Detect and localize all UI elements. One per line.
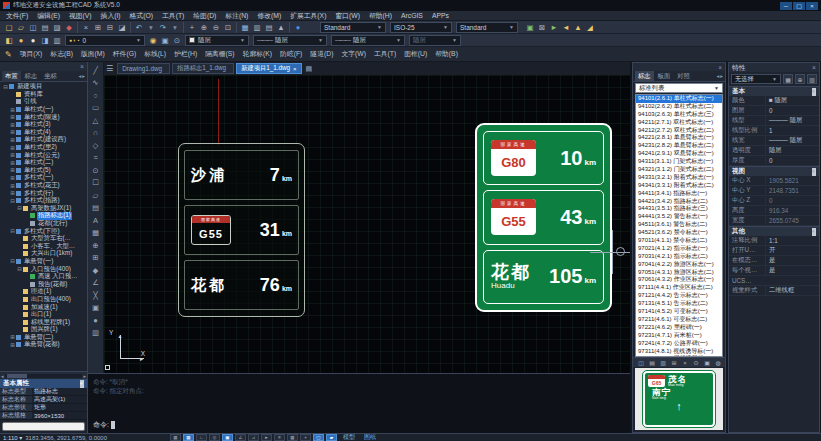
sign-code-row[interactable]: 94212(2.7.2) 双柱式标志(二)	[636, 127, 722, 135]
traffic-menu-item[interactable]: 轮廓标(K)	[243, 49, 272, 59]
sign-code-row[interactable]: 97231(4.7.1) 百米桩(一)	[636, 332, 722, 340]
tree-item[interactable]: 引线	[0, 98, 87, 106]
draw-tool-icon[interactable]: △	[90, 114, 102, 127]
toolbar-icon[interactable]: ▥	[251, 22, 263, 33]
section-header-view[interactable]: 视图 ▾	[729, 166, 819, 176]
window-control-button[interactable]: ×	[806, 2, 818, 10]
property-value[interactable]: 二维线框	[765, 286, 819, 295]
distance-sign-wireframe[interactable]: 沙浦 7 km 国家高速 G55 31 km 花都 76	[178, 143, 305, 317]
tree-item[interactable]: 花都(北行)	[0, 220, 87, 228]
sign-code-row[interactable]: 97141(4.5.2) 可变标志(一)	[636, 308, 722, 316]
traffic-menu-item[interactable]: 防眩(F)	[280, 49, 302, 59]
tree-expander-icon[interactable]: ⊟	[9, 198, 16, 204]
preview-tool-icon[interactable]: ×	[680, 358, 690, 367]
toolbar-icon[interactable]: ▦	[239, 22, 251, 33]
toolbar-icon[interactable]: ◫	[27, 22, 39, 33]
tree-item[interactable]: ⊞ 单柱式(5)	[0, 167, 87, 175]
toolbar-icon[interactable]: ▣	[159, 35, 171, 46]
traffic-menu-item[interactable]: 版面(M)	[81, 49, 105, 59]
status-toggle-icon[interactable]: ∟	[196, 434, 207, 441]
tree-item[interactable]: ⊞ 单柱式(3)	[0, 121, 87, 129]
tree-item[interactable]: ⊟ 新建项目	[0, 83, 87, 91]
sign-code-row[interactable]: 94101(2.6.1) 单柱式标志(一)	[636, 95, 722, 103]
sign-code-row[interactable]: 94231(2.8.2) 单悬臂标志(二)	[636, 142, 722, 150]
close-icon[interactable]: ×	[812, 64, 816, 71]
toolbar-icon[interactable]	[77, 22, 78, 33]
draw-tool-icon[interactable]: ▭	[90, 102, 102, 115]
tree-item[interactable]: 出口(1)	[0, 311, 87, 319]
draw-tool-icon[interactable]: ▥	[90, 327, 102, 340]
sign-code-row[interactable]: 97011(4.1.1) 禁令标志(二)	[636, 237, 722, 245]
tree-item[interactable]: 资料库	[0, 91, 87, 99]
draw-tool-icon[interactable]: ○	[90, 89, 102, 102]
property-value[interactable]: 2655.0745	[765, 217, 819, 224]
left-panel-tab[interactable]: 坐标	[41, 71, 60, 82]
toolbar-icon[interactable]: ⊙	[171, 35, 183, 46]
menu-item[interactable]: 工具(T)	[162, 11, 184, 21]
draw-tool-icon[interactable]: ≈	[90, 152, 102, 165]
toolbar-icon[interactable]: ↷	[157, 22, 169, 33]
property-value[interactable]: 1:1	[765, 237, 819, 244]
sign-code-row[interactable]: 94311(3.1.1) 门架式标志(一)	[636, 158, 722, 166]
draw-tool-icon[interactable]: ∠	[90, 277, 102, 290]
tree-item[interactable]: 国兴牌(1)	[0, 326, 87, 334]
property-value[interactable]: 916.34	[765, 207, 819, 214]
scroll-right-icon[interactable]: ▸	[82, 73, 85, 79]
tree-item[interactable]: ⊞ 单柱式(一)	[0, 106, 87, 114]
menu-item[interactable]: 扩展工具(X)	[290, 11, 326, 21]
status-toggle-icon[interactable]: ▰	[326, 434, 337, 441]
lineweight-dropdown[interactable]: ——— 随层 ▼	[331, 35, 405, 46]
status-toggle-icon[interactable]: ▦	[183, 434, 194, 441]
tree-item[interactable]: ⊟ 高架数据JX(1)	[0, 205, 87, 213]
menu-item[interactable]: 帮助(H)	[369, 11, 392, 21]
draw-tool-icon[interactable]: ⊙	[90, 164, 102, 177]
sign-code-row[interactable]: 94221(2.8.1) 单悬臂标志(一)	[636, 134, 722, 142]
sign-code-row[interactable]: 94211(2.7.1) 双柱式标志(一)	[636, 119, 722, 127]
toolbar-icon[interactable]: ×	[80, 22, 92, 33]
property-value[interactable]: ——— 随层	[765, 136, 819, 145]
traffic-menu-item[interactable]: 文字(W)	[341, 49, 366, 59]
property-value[interactable]: 随层	[765, 146, 819, 155]
tree-expander-icon[interactable]: ⊟	[9, 258, 16, 264]
menu-item[interactable]: 修改(M)	[257, 11, 281, 21]
tree-expander-icon[interactable]: ⊞	[9, 145, 16, 151]
preview-tool-icon[interactable]: ▣	[702, 358, 712, 367]
property-value[interactable]: 高速高架(1)	[32, 396, 87, 403]
tree-horizontal-scrollbar[interactable]: ◂ ▸	[0, 371, 87, 379]
draw-tool-icon[interactable]: ▣	[90, 302, 102, 315]
tab-scroll-arrows[interactable]: ◂ ▸	[716, 73, 723, 79]
menu-item[interactable]: 插入(I)	[101, 11, 121, 21]
preview-tool-icon[interactable]: ▥	[658, 358, 668, 367]
toolbar-icon[interactable]: ▲	[275, 22, 287, 33]
sign-code-row[interactable]: 97041(4.2.2) 旅游区标志(一)	[636, 261, 722, 269]
toolbar-icon[interactable]: ▲	[572, 22, 584, 33]
property-value[interactable]: 矩形	[32, 404, 87, 411]
window-control-button[interactable]: ▢	[793, 2, 805, 10]
sign-code-row[interactable]: 94103(2.6.3) 单柱式标志(三)	[636, 111, 722, 119]
tree-item[interactable]: 预告(花都)	[0, 280, 87, 288]
tree-filter-input[interactable]	[2, 422, 85, 431]
sign-code-row[interactable]: 94521(3.6.2) 禁令标志(一)	[636, 229, 722, 237]
status-toggle-icon[interactable]: ▢	[313, 434, 324, 441]
sign-code-row[interactable]: 97021(4.1.2) 指示标志(一)	[636, 245, 722, 253]
toolbar-icon[interactable]: ↶	[133, 22, 145, 33]
toolbar-icon[interactable]: ▣	[524, 22, 536, 33]
property-value[interactable]: 1	[765, 127, 819, 134]
property-value[interactable]: 0	[765, 197, 819, 204]
draw-tool-icon[interactable]: ▦	[90, 227, 102, 240]
traffic-menu-item[interactable]: 项目(X)	[20, 49, 43, 59]
preview-tool-icon[interactable]: ⊙	[691, 358, 701, 367]
sign-code-row[interactable]: 97121(4.4.2) 告示标志(一)	[636, 292, 722, 300]
tree-item[interactable]: ⊞ 单柱式(公元)	[0, 151, 87, 159]
property-value[interactable]: 1905.5821	[765, 177, 819, 184]
draw-tool-icon[interactable]: ∩	[90, 127, 102, 140]
traffic-menu-item[interactable]: 隔离栅(S)	[205, 49, 234, 59]
tree-expander-icon[interactable]: ⊞	[9, 175, 16, 181]
tree-item[interactable]: ⊞ 单悬臂(花都)	[0, 341, 87, 349]
property-value[interactable]: 3960×1530	[32, 412, 87, 419]
property-value[interactable]: 指路标志	[32, 388, 87, 395]
tree-item[interactable]: 指路标志(1)	[0, 212, 87, 220]
tree-expander-icon[interactable]: ⊞	[9, 160, 16, 166]
linetype-dropdown[interactable]: ——— 随层 ▼	[253, 35, 327, 46]
menu-item[interactable]: 窗口(W)	[335, 11, 360, 21]
